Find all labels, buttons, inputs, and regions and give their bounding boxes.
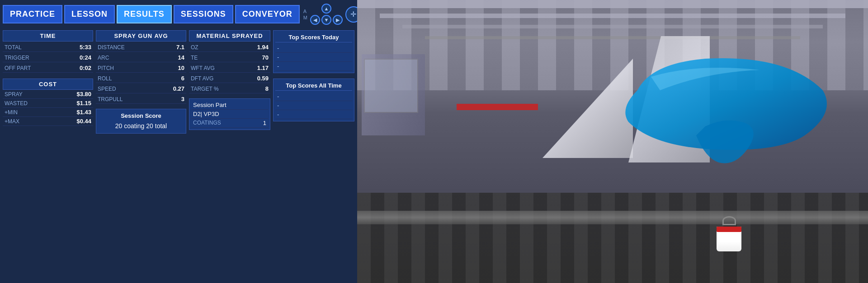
cost-section: COST SPRAY $3.80 WASTED $1.15 +MIN $1.43… (3, 79, 93, 126)
sg-speed-label: SPEED (98, 86, 116, 92)
bucket-body (717, 227, 741, 251)
time-header: TIME (3, 30, 93, 42)
time-total-value: 5:33 (80, 44, 91, 51)
alltime-score-3: - (275, 110, 352, 119)
sg-arc-value: 14 (178, 54, 184, 61)
session-score-container: Session Score 20 coating 20 total (96, 109, 186, 134)
left-panel: PRACTICE LESSON RESULTS SESSIONS CONVEYO… (0, 0, 357, 283)
nav-lesson[interactable]: LESSON (64, 5, 115, 23)
cost-header: COST (3, 79, 93, 90)
mat-wft-row: WFT AVG 1.17 (189, 64, 270, 73)
cost-spray-value: $3.80 (76, 91, 91, 97)
sg-distance-label: DISTANCE (98, 44, 125, 51)
session-score-value: 20 coating 20 total (98, 121, 184, 131)
ceiling-bar-3 (402, 25, 823, 28)
cost-min-label: +MIN (5, 109, 18, 116)
mat-target-value: 8 (265, 85, 269, 92)
cost-max-label: +MAX (5, 118, 19, 125)
time-total-row: TOTAL 5:33 (3, 43, 93, 52)
coatings-row: Coatings 1 (191, 119, 268, 128)
top-scores-today-box: Top Scores Today - - - (273, 30, 354, 73)
session-score-box: Session Score 20 coating 20 total (96, 109, 186, 134)
spray-gun-column: SPRAY GUN AVG DISTANCE 7.1 ARC 14 PITCH … (96, 30, 186, 281)
time-cost-column: TIME TOTAL 5:33 TRIGGER 0:24 OFF PART 0:… (3, 30, 93, 281)
cost-wasted-row: WASTED $1.15 (3, 99, 93, 108)
time-offpart-value: 0:02 (80, 65, 91, 71)
sg-arc-label: ARC (98, 55, 109, 61)
sg-pitch-value: 10 (178, 65, 184, 71)
nav-conveyor[interactable]: CONVEYOR (235, 5, 300, 23)
mat-dft-row: DFT AVG 0.59 (189, 74, 270, 83)
sg-roll-label: ROLL (98, 75, 112, 82)
bucket-handle (722, 216, 736, 225)
alltime-score-2: - (275, 101, 352, 110)
nav-sessions[interactable]: SESSIONS (174, 5, 233, 23)
alltime-score-1: - (275, 92, 352, 101)
coatings-label: Coatings (193, 120, 221, 126)
today-score-3: - (275, 62, 352, 71)
data-section: TIME TOTAL 5:33 TRIGGER 0:24 OFF PART 0:… (0, 28, 357, 283)
sg-arc-row: ARC 14 (96, 53, 186, 62)
material-header: MATERIAL SPRAYED (189, 30, 270, 42)
nav-bar: PRACTICE LESSON RESULTS SESSIONS CONVEYO… (0, 0, 357, 28)
up-arrow-icon[interactable]: ▲ (321, 4, 331, 14)
session-part-box: Session Part D2| VP3D Coatings 1 (189, 98, 270, 130)
mat-wft-value: 1.17 (257, 65, 269, 71)
mode-m-label: M (303, 15, 307, 20)
sg-speed-value: 0.27 (173, 85, 184, 92)
sg-trgpull-value: 3 (181, 96, 184, 102)
viewport-panel (357, 0, 868, 283)
spray-gun-header: SPRAY GUN AVG (96, 30, 186, 42)
sg-trgpull-label: TRGPULL (98, 96, 123, 102)
cost-wasted-value: $1.15 (76, 100, 91, 107)
red-wall-stripe (457, 104, 538, 110)
coatings-value: 1 (263, 120, 266, 126)
time-offpart-row: OFF PART 0:02 (3, 64, 93, 73)
mat-te-label: TE (191, 55, 198, 61)
mode-a-label: A (303, 9, 307, 14)
sg-distance-row: DISTANCE 7.1 (96, 43, 186, 52)
nav-results[interactable]: RESULTS (117, 5, 172, 23)
bucket-rim (717, 227, 741, 232)
mat-oz-row: OZ 1.94 (189, 43, 270, 52)
top-scores-today-title: Top Scores Today (275, 32, 352, 42)
sg-speed-row: SPEED 0.27 (96, 84, 186, 93)
down-arrow-icon[interactable]: ▼ (321, 15, 331, 25)
mat-dft-value: 0.59 (257, 75, 269, 82)
session-part-value: D2| VP3D (193, 111, 219, 117)
cost-max-row: +MAX $0.44 (3, 117, 93, 126)
session-score-title: Session Score (98, 111, 184, 121)
time-trigger-value: 0:24 (80, 54, 91, 61)
cost-wasted-label: WASTED (5, 100, 28, 107)
top-scores-alltime-title: Top Scores All Time (275, 81, 352, 91)
floor (357, 193, 868, 283)
session-part-value-row: D2| VP3D (191, 110, 268, 119)
session-part-container: Session Part D2| VP3D Coatings 1 (189, 98, 270, 130)
sg-roll-value: 6 (181, 75, 184, 82)
cost-spray-label: SPRAY (5, 91, 23, 97)
today-score-2: - (275, 53, 352, 62)
time-trigger-label: TRIGGER (5, 55, 29, 61)
cost-max-value: $0.44 (76, 118, 91, 125)
sg-pitch-label: PITCH (98, 65, 114, 71)
sg-distance-value: 7.1 (176, 44, 184, 51)
time-total-label: TOTAL (5, 44, 22, 51)
cost-min-row: +MIN $1.43 (3, 108, 93, 117)
mat-dft-label: DFT AVG (191, 75, 213, 82)
session-part-header-row: Session Part (191, 101, 268, 110)
ceiling-bar-4 (425, 36, 800, 39)
material-column: MATERIAL SPRAYED OZ 1.94 TE 70 WFT AVG 1… (189, 30, 270, 281)
scores-column: Top Scores Today - - - Top Scores All Ti… (273, 30, 354, 281)
right-arrow-icon[interactable]: ▶ (333, 15, 343, 25)
time-offpart-label: OFF PART (5, 65, 31, 71)
left-arrow-icon[interactable]: ◀ (310, 15, 320, 25)
top-scores-alltime-box: Top Scores All Time - - - (273, 79, 354, 121)
time-trigger-row: TRIGGER 0:24 (3, 53, 93, 62)
nav-practice[interactable]: PRACTICE (3, 5, 62, 23)
paint-bucket (717, 218, 741, 247)
mat-te-value: 70 (262, 54, 269, 61)
sg-roll-row: ROLL 6 (96, 74, 186, 83)
mat-target-row: TARGET % 8 (189, 84, 270, 93)
sg-trgpull-row: TRGPULL 3 (96, 95, 186, 104)
3d-viewport (357, 0, 868, 283)
